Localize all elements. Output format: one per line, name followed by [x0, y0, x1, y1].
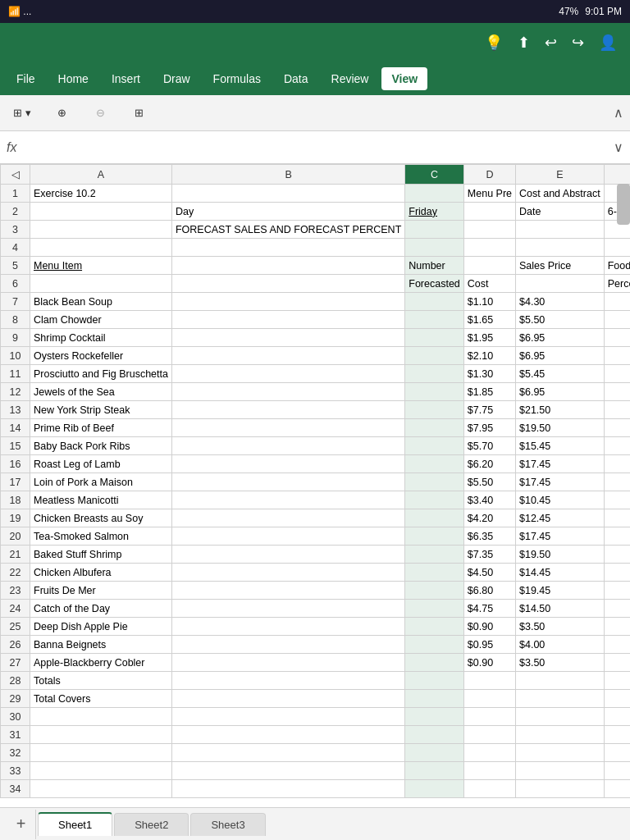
cell-8-a[interactable]: Clam Chowder: [30, 311, 172, 329]
cell-29-d[interactable]: [463, 690, 515, 708]
cell-10-e[interactable]: $6.95: [516, 347, 605, 365]
cell-7-b[interactable]: [171, 293, 404, 311]
cell-26-c[interactable]: [405, 636, 464, 654]
cell-21-b[interactable]: [171, 546, 404, 564]
cell-3-e[interactable]: [516, 221, 605, 239]
cell-3-c[interactable]: [405, 221, 464, 239]
cell-14-d[interactable]: $7.95: [463, 419, 515, 437]
cell-14-c[interactable]: [405, 419, 464, 437]
cell-14-e[interactable]: $19.50: [516, 419, 605, 437]
cell-11-e[interactable]: $5.45: [516, 365, 605, 383]
cell-19-e[interactable]: $12.45: [516, 509, 605, 527]
cell-20-e[interactable]: $17.45: [516, 527, 605, 546]
scrollbar-thumb[interactable]: [617, 184, 630, 225]
cell-10-a[interactable]: Oysters Rockefeller: [30, 347, 172, 365]
cell-11-b[interactable]: [171, 365, 404, 383]
table-row[interactable]: 18Meatless Manicotti$3.40$10.45: [1, 491, 631, 509]
cell-24-b[interactable]: [171, 600, 404, 618]
menu-home[interactable]: Home: [48, 67, 98, 90]
cell-33-a[interactable]: [30, 762, 172, 780]
menu-review[interactable]: Review: [322, 67, 379, 90]
cell-1-d[interactable]: Menu Pre: [463, 185, 515, 203]
cell-13-b[interactable]: [171, 401, 404, 419]
cell-9-e[interactable]: $6.95: [516, 329, 605, 347]
cell-29-a[interactable]: Total Covers: [30, 690, 172, 708]
cell-18-e[interactable]: $10.45: [516, 491, 605, 509]
cell-25-a[interactable]: Deep Dish Apple Pie: [30, 618, 172, 636]
cell-5-a[interactable]: Menu Item: [30, 257, 172, 275]
cell-7-f[interactable]: [604, 293, 630, 311]
cell-25-c[interactable]: [405, 618, 464, 636]
cell-21-c[interactable]: [405, 546, 464, 564]
cell-9-f[interactable]: [604, 329, 630, 347]
cell-33-f[interactable]: [604, 762, 630, 780]
cell-11-d[interactable]: $1.30: [463, 365, 515, 383]
cell-17-b[interactable]: [171, 473, 404, 491]
cell-4-e[interactable]: [516, 239, 605, 257]
cell-31-c[interactable]: [405, 726, 464, 744]
cell-24-d[interactable]: $4.75: [463, 600, 515, 618]
cell-16-c[interactable]: [405, 455, 464, 473]
tab-sheet1[interactable]: Sheet1: [38, 812, 112, 836]
cell-19-b[interactable]: [171, 509, 404, 527]
cell-22-d[interactable]: $4.50: [463, 564, 515, 582]
cell-15-f[interactable]: [604, 437, 630, 455]
formula-input[interactable]: [30, 141, 607, 153]
cell-23-d[interactable]: $6.80: [463, 582, 515, 600]
cell-13-d[interactable]: $7.75: [463, 401, 515, 419]
cell-32-e[interactable]: [516, 744, 605, 762]
grid-dropdown[interactable]: ▾: [25, 107, 31, 119]
cell-28-c[interactable]: [405, 672, 464, 690]
cell-33-b[interactable]: [171, 762, 404, 780]
redo-icon[interactable]: ↪: [572, 34, 584, 52]
cell-14-f[interactable]: [604, 419, 630, 437]
select-all-icon[interactable]: ◁: [11, 169, 20, 180]
cell-24-e[interactable]: $14.50: [516, 600, 605, 618]
cell-27-e[interactable]: $3.50: [516, 654, 605, 672]
cell-3-b[interactable]: FORECAST SALES AND FORECAST PERCENT: [171, 221, 404, 239]
table-row[interactable]: 19Chicken Breasts au Soy$4.20$12.45: [1, 509, 631, 527]
cell-15-c[interactable]: [405, 437, 464, 455]
cell-8-f[interactable]: [604, 311, 630, 329]
cell-6-b[interactable]: [171, 275, 404, 293]
cell-26-e[interactable]: $4.00: [516, 636, 605, 654]
table-row[interactable]: 20Tea-Smoked Salmon$6.35$17.45: [1, 527, 631, 546]
cell-15-e[interactable]: $15.45: [516, 437, 605, 455]
cell-26-b[interactable]: [171, 636, 404, 654]
cell-32-a[interactable]: [30, 744, 172, 762]
cell-18-f[interactable]: [604, 491, 630, 509]
cell-23-c[interactable]: [405, 582, 464, 600]
cell-3-a[interactable]: [30, 221, 172, 239]
cell-10-d[interactable]: $2.10: [463, 347, 515, 365]
cell-22-a[interactable]: Chicken Albufera: [30, 564, 172, 582]
cell-16-d[interactable]: $6.20: [463, 455, 515, 473]
table-row[interactable]: 9Shrimp Cocktail$1.95$6.95: [1, 329, 631, 347]
cell-31-b[interactable]: [171, 726, 404, 744]
cell-21-e[interactable]: $19.50: [516, 546, 605, 564]
table-row[interactable]: 17Loin of Pork a Maison$5.50$17.45: [1, 473, 631, 491]
table-row[interactable]: 25Deep Dish Apple Pie$0.90$3.50: [1, 618, 631, 636]
table-row[interactable]: 7Black Bean Soup$1.10$4.30: [1, 293, 631, 311]
cell-4-d[interactable]: [463, 239, 515, 257]
tab-sheet3[interactable]: Sheet3: [190, 813, 265, 836]
lightbulb-icon[interactable]: 💡: [485, 34, 503, 52]
cell-11-c[interactable]: [405, 365, 464, 383]
add-sheet-button[interactable]: +: [7, 810, 36, 839]
cell-29-e[interactable]: [516, 690, 605, 708]
cell-34-c[interactable]: [405, 780, 464, 798]
cell-30-d[interactable]: [463, 708, 515, 726]
menu-view[interactable]: View: [381, 67, 427, 90]
cell-16-a[interactable]: Roast Leg of Lamb: [30, 455, 172, 473]
cell-30-f[interactable]: [604, 708, 630, 726]
cell-13-c[interactable]: [405, 401, 464, 419]
cell-23-e[interactable]: $19.45: [516, 582, 605, 600]
table-row[interactable]: 13New York Strip Steak$7.75$21.50: [1, 401, 631, 419]
cell-1-e[interactable]: Cost and Abstract: [516, 185, 605, 203]
cell-26-a[interactable]: Banna Beignets: [30, 636, 172, 654]
cell-8-d[interactable]: $1.65: [463, 311, 515, 329]
cell-26-d[interactable]: $0.95: [463, 636, 515, 654]
cell-6-e[interactable]: [516, 275, 605, 293]
cell-24-c[interactable]: [405, 600, 464, 618]
cell-15-d[interactable]: $5.70: [463, 437, 515, 455]
cell-26-f[interactable]: [604, 636, 630, 654]
